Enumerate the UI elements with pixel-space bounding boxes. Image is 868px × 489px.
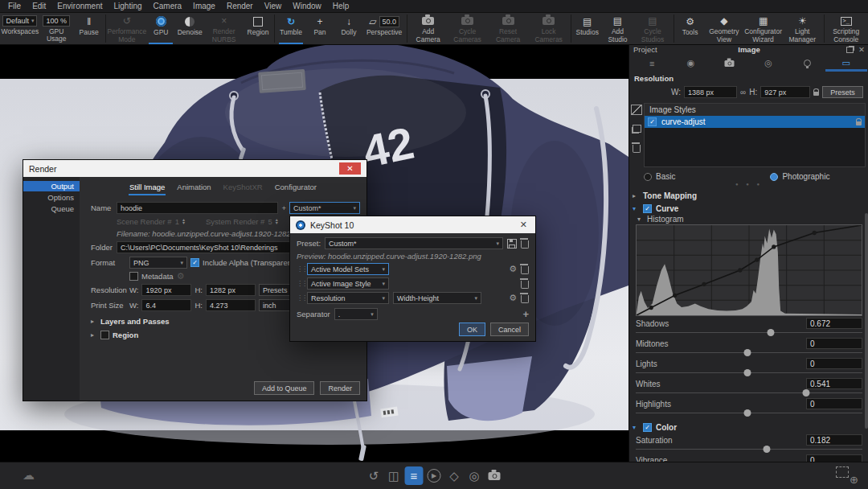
delete-token-icon[interactable] [521, 266, 529, 274]
system-render-value[interactable]: 5 [268, 217, 272, 226]
menu-item-file[interactable]: File [8, 2, 21, 10]
midtones-handle[interactable] [744, 349, 751, 356]
tab-keyshotxr[interactable]: KeyShotXR [223, 182, 264, 195]
shadows-track[interactable] [636, 329, 862, 336]
highlights-track[interactable] [636, 409, 862, 417]
save-preset-icon[interactable] [507, 239, 517, 249]
metadata-checkbox[interactable] [129, 272, 138, 281]
tab-material-icon[interactable]: ◉ [674, 57, 706, 69]
region-button[interactable]: Region [244, 13, 272, 44]
tab-lighting-icon[interactable] [791, 57, 823, 69]
fov-value-field[interactable]: 50.0 [379, 16, 400, 27]
saturation-track[interactable] [636, 446, 862, 453]
scripting-console-button[interactable]: >_ Scripting Console [825, 13, 866, 44]
gpu-usage-value[interactable]: 100 % [43, 15, 70, 27]
menu-item-view[interactable]: View [264, 2, 282, 10]
curve-histogram-editor[interactable] [636, 224, 862, 316]
cancel-button[interactable]: Cancel [490, 323, 529, 336]
render-icon[interactable] [485, 466, 504, 485]
target-icon[interactable]: ⊕ [850, 474, 858, 486]
menu-item-camera[interactable]: Camera [154, 2, 182, 10]
image-style-item[interactable]: curve-adjust [645, 116, 865, 128]
whites-value-field[interactable]: 0.541 [806, 378, 862, 389]
midtones-value-field[interactable]: 0 [806, 338, 862, 349]
shadows-handle[interactable] [768, 329, 775, 336]
token-settings-gear-icon[interactable]: ⚙ [509, 294, 517, 302]
perspective-control[interactable]: ▱ 50.0 Perspective [363, 13, 405, 44]
width-field[interactable]: 1388 px [684, 86, 737, 98]
cycle-studios-button[interactable]: ▤ Cycle Studios [633, 13, 671, 44]
saturation-value-field[interactable]: 0.182 [806, 434, 862, 446]
whites-handle[interactable] [802, 389, 809, 397]
project-panel-label[interactable]: Project [633, 45, 657, 54]
curve-checkbox[interactable] [643, 204, 652, 213]
sidebar-item-output[interactable]: Output [23, 181, 80, 191]
panel-scrollbar[interactable] [865, 213, 868, 429]
metadata-gear-icon[interactable]: ⚙ [177, 272, 185, 281]
scene-render-value[interactable]: 1 [175, 217, 179, 226]
color-checkbox[interactable] [643, 423, 652, 432]
xr-icon[interactable]: ◇ [445, 466, 464, 485]
pan-button[interactable]: + Pan [305, 13, 334, 44]
menu-item-edit[interactable]: Edit [32, 2, 46, 10]
project-icon[interactable]: ≡ [405, 466, 424, 485]
gpu-usage-control[interactable]: 100 % GPU Usage [39, 13, 75, 44]
tab-configurator[interactable]: Configurator [274, 182, 317, 195]
reset-camera-button[interactable]: Reset Camera [488, 13, 529, 44]
keyshot-dialog-close-button[interactable]: ✕ [518, 220, 530, 230]
tumble-button[interactable]: ↻ Tumble [276, 13, 305, 44]
environment-icon[interactable]: ◎ [465, 466, 484, 485]
tab-image-icon[interactable]: ▭ [830, 57, 862, 69]
lights-track[interactable] [636, 369, 862, 376]
token-dropdown-image-style[interactable]: Active Image Style▾ [307, 277, 389, 290]
close-panel-icon[interactable]: ✕ [858, 45, 865, 54]
preset-dropdown[interactable]: Custom*▾ [325, 237, 503, 249]
add-token-icon[interactable]: + [522, 308, 529, 320]
cloud-icon[interactable]: ☁ [23, 468, 35, 483]
delete-image-style-icon[interactable] [633, 145, 641, 153]
region-checkbox[interactable] [100, 331, 109, 339]
tab-animation[interactable]: Animation [176, 182, 211, 195]
token-dropdown-resolution[interactable]: Resolution▾ [307, 292, 389, 304]
shadows-value-field[interactable]: 0.672 [806, 318, 862, 329]
histogram-subsection-header[interactable]: ▾ Histogram [629, 214, 868, 224]
print-width-field[interactable]: 6.4 [141, 299, 191, 311]
menu-item-help[interactable]: Help [333, 2, 350, 10]
whites-track[interactable] [636, 389, 862, 397]
menu-item-render[interactable]: Render [227, 2, 253, 10]
page-dots[interactable]: ● ● ● [629, 182, 868, 188]
pause-button[interactable]: ‖ Pause [75, 13, 104, 44]
lights-value-field[interactable]: 0 [806, 358, 862, 369]
cycle-cameras-button[interactable]: Cycle Cameras [447, 13, 488, 44]
ok-button[interactable]: OK [459, 323, 485, 336]
sidebar-item-queue[interactable]: Queue [23, 203, 80, 214]
link-resolution-icon[interactable]: ∞ [740, 88, 746, 97]
delete-token-icon[interactable] [521, 281, 529, 289]
curve-section-header[interactable]: ▾ Curve [629, 203, 868, 214]
performance-mode-button[interactable]: ↺ Performance Mode [107, 13, 146, 44]
name-add-button[interactable]: + [281, 203, 286, 212]
import-icon[interactable]: ↺ [365, 466, 383, 485]
lights-handle[interactable] [744, 369, 751, 376]
drag-handle-icon[interactable]: ⋮⋮ [297, 265, 303, 273]
token-dropdown-width-height[interactable]: Width-Height▾ [393, 292, 481, 304]
token-settings-gear-icon[interactable]: ⚙ [509, 265, 517, 273]
workspaces-dropdown[interactable]: Default▾ [2, 15, 37, 27]
separator-dropdown[interactable]: .▾ [334, 308, 378, 320]
drag-handle-icon[interactable]: ⋮⋮ [297, 294, 303, 302]
undock-panel-icon[interactable] [846, 47, 854, 53]
render-width-field[interactable]: 1920 px [141, 284, 191, 296]
gpu-button[interactable]: GPU [146, 13, 175, 44]
animation-icon[interactable]: ▶ [425, 466, 444, 485]
menu-item-lighting[interactable]: Lighting [114, 2, 142, 10]
tone-mapping-section-header[interactable]: ▸ Tone Mapping [629, 190, 868, 201]
image-style-lock-icon[interactable] [856, 121, 862, 125]
saturation-handle[interactable] [764, 446, 771, 453]
add-studio-button[interactable]: ▤ Add Studio [602, 13, 634, 44]
system-render-stepper[interactable]: ▴▾ [276, 219, 278, 224]
denoise-button[interactable]: Denoise [175, 13, 204, 44]
name-preset-dropdown[interactable]: Custom*▾ [289, 202, 360, 214]
color-section-header[interactable]: ▾ Color [629, 421, 868, 433]
name-field[interactable]: hoodie [117, 202, 278, 214]
add-to-queue-button[interactable]: Add to Queue [254, 381, 315, 395]
